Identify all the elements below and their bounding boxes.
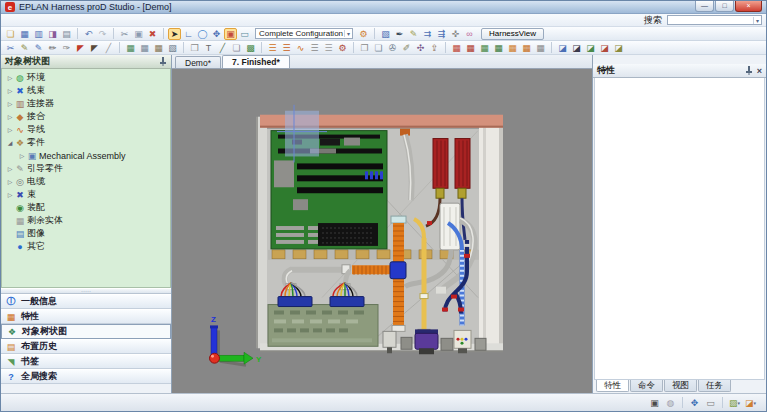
panel-button-properties[interactable]: ▦特性 bbox=[1, 309, 171, 324]
tab-properties[interactable]: 特性 bbox=[596, 380, 629, 392]
undo-button[interactable]: ↶ bbox=[82, 28, 95, 40]
sketch-button[interactable]: ✎ bbox=[407, 28, 420, 40]
pen-stamp[interactable]: ✐ bbox=[400, 42, 413, 54]
table-green-2[interactable]: ▦ bbox=[492, 42, 505, 54]
expand-arrow-icon[interactable]: ▷ bbox=[6, 100, 14, 107]
library-sync[interactable]: ▦ bbox=[124, 42, 137, 54]
expand-arrow-icon[interactable]: ▷ bbox=[6, 113, 14, 120]
measure-tool[interactable]: ∟ bbox=[182, 28, 195, 40]
tree-item-mechanical-assembly[interactable]: ▷▣Mechanical Assembly bbox=[2, 149, 170, 162]
view-orientation-button[interactable]: ◪▾ bbox=[743, 397, 758, 409]
table-red[interactable]: ▦ bbox=[450, 42, 463, 54]
library-open[interactable]: ▦ bbox=[138, 42, 151, 54]
tree-item-assemblies[interactable]: ◉装配 bbox=[2, 201, 170, 214]
fit-selection-button[interactable]: ▣ bbox=[647, 397, 662, 409]
tab-tasks[interactable]: 任务 bbox=[698, 380, 731, 392]
select-tool[interactable]: ➤ bbox=[168, 28, 181, 40]
open-project-button[interactable]: ❏ bbox=[4, 28, 17, 40]
corner-dark[interactable]: ◤ bbox=[88, 42, 101, 54]
viewport-3d[interactable]: Z Y bbox=[172, 69, 592, 393]
search-input[interactable]: ▾ bbox=[667, 15, 762, 25]
expand-arrow-icon[interactable]: ▷ bbox=[6, 87, 14, 94]
tree-item-splices[interactable]: ▷◆接合 bbox=[2, 110, 170, 123]
panel-button-global-search[interactable]: ?全局搜索 bbox=[1, 369, 171, 384]
display-config-button[interactable]: ▭ bbox=[238, 28, 251, 40]
table-orange[interactable]: ▦ bbox=[506, 42, 519, 54]
tab-finished[interactable]: 7. Finished* bbox=[222, 55, 290, 68]
harnessview-button[interactable]: HarnessView bbox=[481, 28, 544, 40]
tree-item-remaining-entities[interactable]: ▦剩余实体 bbox=[2, 214, 170, 227]
expand-arrow-icon[interactable]: ▷ bbox=[6, 165, 14, 172]
box-measure[interactable]: ❐ bbox=[358, 42, 371, 54]
view-report-olive[interactable]: ◪ bbox=[612, 42, 625, 54]
pen-fine[interactable]: ✑ bbox=[60, 42, 73, 54]
view-report-green[interactable]: ◪ bbox=[584, 42, 597, 54]
tree-item-parts[interactable]: ◢❖零件 bbox=[2, 136, 170, 149]
pin-icon[interactable] bbox=[159, 57, 167, 66]
board-green[interactable]: ▩ bbox=[244, 42, 257, 54]
table-orange-2[interactable]: ▦ bbox=[520, 42, 533, 54]
settings-gear-button[interactable]: ⚙ bbox=[357, 28, 370, 40]
tree-item-connectors[interactable]: ▷▥连接器 bbox=[2, 97, 170, 110]
search-dropdown-icon[interactable]: ▾ bbox=[753, 17, 761, 24]
library-save[interactable]: ▦ bbox=[152, 42, 165, 54]
route-wires-button[interactable]: ✒ bbox=[393, 28, 406, 40]
tab-demo[interactable]: Demo* bbox=[175, 56, 221, 68]
panel-button-object-tree[interactable]: ❖对象树状图 bbox=[1, 324, 171, 339]
import-button[interactable]: ◨ bbox=[46, 28, 59, 40]
gear-wire[interactable]: ⚙ bbox=[336, 42, 349, 54]
spiral-tool[interactable]: ∿ bbox=[294, 42, 307, 54]
save-all-button[interactable]: ▥ bbox=[32, 28, 45, 40]
close-button[interactable]: × bbox=[735, 1, 762, 12]
tree-item-environments[interactable]: ▷◍环境 bbox=[2, 71, 170, 84]
view-report-red[interactable]: ◪ bbox=[598, 42, 611, 54]
pen-blue[interactable]: ✎ bbox=[32, 42, 45, 54]
panel-button-general-info[interactable]: ⓘ一般信息 bbox=[1, 294, 171, 309]
bundle-gray[interactable]: ☰ bbox=[308, 42, 321, 54]
tree-item-guiding-parts[interactable]: ▷✎引导零件 bbox=[2, 162, 170, 175]
tree-item-bundles[interactable]: ▷✖束 bbox=[2, 188, 170, 201]
cube-insert[interactable]: ❒ bbox=[188, 42, 201, 54]
connect-button[interactable]: ∞ bbox=[463, 28, 476, 40]
slash-pen[interactable]: ╱ bbox=[102, 42, 115, 54]
library-config[interactable]: ▧ bbox=[166, 42, 179, 54]
pen-measure[interactable]: ✎ bbox=[18, 42, 31, 54]
delete-button[interactable]: ✖ bbox=[146, 28, 159, 40]
ghost-mode-button[interactable]: ◍ bbox=[663, 397, 678, 409]
bundle-orange-2[interactable]: ☰ bbox=[280, 42, 293, 54]
tab-commands[interactable]: 命令 bbox=[630, 380, 663, 392]
view-report-dark[interactable]: ◪ bbox=[570, 42, 583, 54]
anchor-tool[interactable]: ✣ bbox=[414, 42, 427, 54]
table-red-2[interactable]: ▦ bbox=[464, 42, 477, 54]
line-draw[interactable]: ╱ bbox=[216, 42, 229, 54]
tree-item-others[interactable]: ●其它 bbox=[2, 240, 170, 253]
view-report-blue[interactable]: ◪ bbox=[556, 42, 569, 54]
tree-item-harnesses[interactable]: ▷✖线束 bbox=[2, 84, 170, 97]
zoom-window-button[interactable]: ▭ bbox=[703, 397, 718, 409]
panel-button-bookmarks[interactable]: ◥书签 bbox=[1, 354, 171, 369]
zoom-fit-button[interactable]: ✥ bbox=[687, 397, 702, 409]
combo-arrow-icon[interactable]: ▾ bbox=[344, 30, 352, 37]
tree-item-cables[interactable]: ▷◎电缆 bbox=[2, 175, 170, 188]
expand-arrow-icon[interactable]: ▷ bbox=[18, 152, 26, 159]
export-arrow[interactable]: ⇪ bbox=[428, 42, 441, 54]
maximize-button[interactable]: □ bbox=[715, 1, 734, 12]
configuration-combobox[interactable]: Complete Configuration ▾ bbox=[255, 28, 353, 39]
expand-arrow-icon[interactable]: ▷ bbox=[6, 126, 14, 133]
minimize-button[interactable]: — bbox=[695, 1, 714, 12]
pen-dark[interactable]: ✏ bbox=[46, 42, 59, 54]
doc-props[interactable]: ❏ bbox=[372, 42, 385, 54]
bundle-orange[interactable]: ☰ bbox=[266, 42, 279, 54]
copy-button[interactable]: ▣ bbox=[132, 28, 145, 40]
panel-close-icon[interactable]: × bbox=[757, 66, 762, 76]
insert-part2-button[interactable]: ⇶ bbox=[435, 28, 448, 40]
pin-icon[interactable] bbox=[745, 66, 753, 75]
zoom-doc[interactable]: ✇ bbox=[386, 42, 399, 54]
find-replace-button[interactable]: ▧ bbox=[379, 28, 392, 40]
insert-part-button[interactable]: ⇉ bbox=[421, 28, 434, 40]
panel-button-placement-history[interactable]: ▤布置历史 bbox=[1, 339, 171, 354]
print-button[interactable]: ▤ bbox=[60, 28, 73, 40]
doc-copy[interactable]: ❏ bbox=[230, 42, 243, 54]
expand-arrow-icon[interactable]: ▷ bbox=[6, 178, 14, 185]
corner-red[interactable]: ◤ bbox=[74, 42, 87, 54]
